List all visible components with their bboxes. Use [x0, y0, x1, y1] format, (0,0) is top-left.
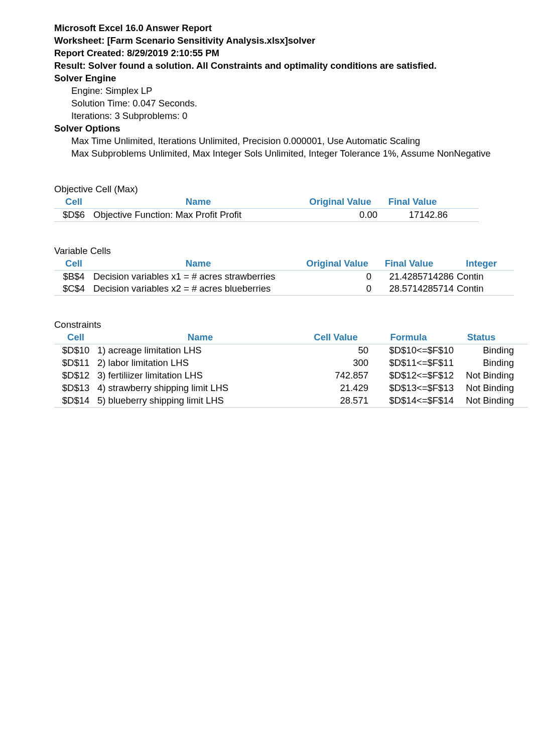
con-name: 5) blueberry shipping limit LHS: [97, 395, 303, 407]
col-cell: Cell: [54, 196, 93, 208]
var-integer: Contin: [454, 271, 499, 283]
con-cell: $D$10: [54, 344, 97, 357]
obj-original: 0.00: [303, 209, 377, 221]
con-cell: $D$11: [54, 357, 97, 369]
col-cell: Cell: [54, 331, 97, 344]
engine-name: Engine: Simplex LP: [54, 85, 533, 97]
spacer: [54, 222, 533, 245]
col-final: Final Value: [371, 258, 447, 270]
con-cell: $D$13: [54, 382, 97, 395]
col-original: Original Value: [303, 258, 371, 270]
con-formula: $D$10<=$F$10: [368, 344, 454, 357]
constraints-header-row: Cell Name Cell Value Formula Status: [54, 331, 528, 344]
con-value: 28.571: [303, 395, 368, 407]
report-worksheet: Worksheet: [Farm Scenario Sensitivity An…: [54, 35, 533, 47]
col-value: Cell Value: [303, 331, 368, 344]
variables-row: $C$4 Decision variables x2 = # acres blu…: [54, 283, 514, 296]
col-integer: Integer: [447, 258, 497, 270]
constraints-title: Constraints: [54, 319, 528, 331]
var-original: 0: [303, 283, 371, 295]
con-status: Not Binding: [454, 395, 514, 407]
answer-report-page: Microsoft Excel 16.0 Answer Report Works…: [0, 0, 533, 408]
con-cell: $D$14: [54, 395, 97, 407]
con-formula: $D$12<=$F$12: [368, 369, 454, 382]
con-status: Binding: [454, 357, 514, 369]
variables-row: $B$4 Decision variables x1 = # acres str…: [54, 271, 514, 283]
objective-title: Objective Cell (Max): [54, 183, 479, 196]
constraint-row: $D$14 5) blueberry shipping limit LHS 28…: [54, 395, 528, 408]
con-cell: $D$12: [54, 369, 97, 382]
col-cell: Cell: [54, 258, 93, 270]
constraint-row: $D$11 2) labor limitation LHS 300 $D$11<…: [54, 357, 528, 369]
objective-section: Objective Cell (Max) Cell Name Original …: [54, 183, 479, 222]
col-formula: Formula: [368, 331, 449, 344]
con-name: 2) labor limitation LHS: [97, 357, 303, 369]
con-name: 4) strawberry shipping limit LHS: [97, 382, 303, 395]
con-value: 50: [303, 344, 368, 357]
con-status: Binding: [454, 344, 514, 357]
iterations: Iterations: 3 Subproblems: 0: [54, 110, 533, 122]
variables-header-row: Cell Name Original Value Final Value Int…: [54, 258, 514, 271]
con-value: 21.429: [303, 382, 368, 395]
report-title: Microsoft Excel 16.0 Answer Report: [54, 22, 533, 35]
constraint-row: $D$12 3) fertiliizer limitation LHS 742.…: [54, 369, 528, 382]
con-status: Not Binding: [454, 369, 514, 382]
options-line1: Max Time Unlimited, Iterations Unlimited…: [54, 135, 533, 148]
con-name: 3) fertiliizer limitation LHS: [97, 369, 303, 382]
objective-header-row: Cell Name Original Value Final Value: [54, 196, 479, 209]
constraints-section: Constraints Cell Name Cell Value Formula…: [54, 319, 528, 408]
var-original: 0: [303, 271, 371, 283]
var-cell: $B$4: [54, 271, 93, 283]
objective-row: $D$6 Objective Function: Max Profit Prof…: [54, 209, 479, 222]
spacer: [54, 160, 533, 183]
obj-final: 17142.86: [377, 209, 448, 221]
report-result: Result: Solver found a solution. All Con…: [54, 60, 533, 72]
col-status: Status: [449, 331, 514, 344]
con-formula: $D$11<=$F$11: [368, 357, 454, 369]
var-name: Decision variables x1 = # acres strawber…: [93, 271, 303, 283]
variables-title: Variable Cells: [54, 245, 514, 258]
con-formula: $D$14<=$F$14: [368, 395, 454, 407]
obj-cell: $D$6: [54, 209, 93, 221]
options-line2: Max Subproblems Unlimited, Max Integer S…: [54, 148, 533, 160]
col-original: Original Value: [303, 196, 377, 208]
col-name: Name: [97, 331, 303, 344]
var-cell: $C$4: [54, 283, 93, 295]
options-title: Solver Options: [54, 122, 533, 135]
obj-name: Objective Function: Max Profit Profit: [93, 209, 303, 221]
con-formula: $D$13<=$F$13: [368, 382, 454, 395]
solution-time: Solution Time: 0.047 Seconds.: [54, 97, 533, 110]
engine-title: Solver Engine: [54, 72, 533, 85]
constraint-row: $D$10 1) acreage limitation LHS 50 $D$10…: [54, 344, 528, 357]
col-final: Final Value: [377, 196, 448, 208]
con-status: Not Binding: [454, 382, 514, 395]
var-final: 21.4285714286: [371, 271, 454, 283]
con-value: 300: [303, 357, 368, 369]
variables-section: Variable Cells Cell Name Original Value …: [54, 245, 514, 296]
var-integer: Contin: [454, 283, 499, 295]
col-name: Name: [93, 258, 303, 270]
report-header: Microsoft Excel 16.0 Answer Report Works…: [54, 22, 533, 160]
con-value: 742.857: [303, 369, 368, 382]
report-created: Report Created: 8/29/2019 2:10:55 PM: [54, 47, 533, 60]
var-name: Decision variables x2 = # acres blueberr…: [93, 283, 303, 295]
spacer: [54, 296, 533, 319]
col-name: Name: [93, 196, 303, 208]
con-name: 1) acreage limitation LHS: [97, 344, 303, 357]
var-final: 28.5714285714: [371, 283, 454, 295]
constraint-row: $D$13 4) strawberry shipping limit LHS 2…: [54, 382, 528, 395]
